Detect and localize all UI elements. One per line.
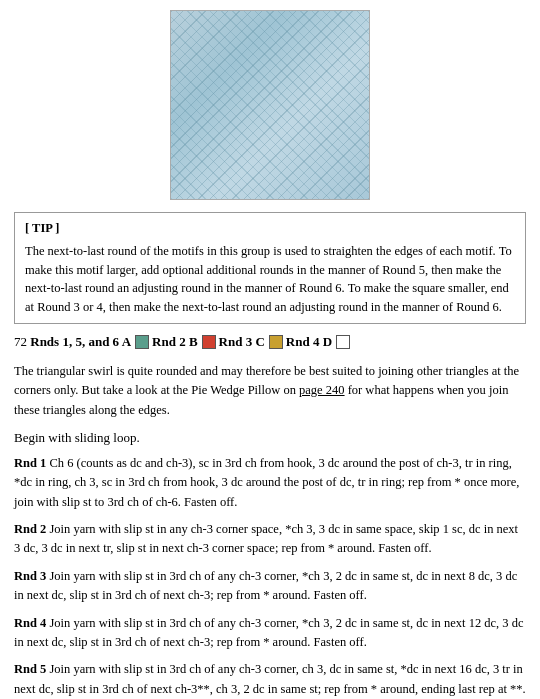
- rnd1-paragraph: Rnd 1 Ch 6 (counts as dc and ch-3), sc i…: [14, 454, 526, 512]
- rnd4-para-label: Rnd 4: [14, 616, 49, 630]
- rnd4d-item: [336, 335, 351, 349]
- page-container: [ TIP ] The next-to-last round of the mo…: [0, 0, 540, 699]
- rnd4-paragraph: Rnd 4 Join yarn with slip st in 3rd ch o…: [14, 614, 526, 653]
- rnd4d-swatch: [336, 335, 350, 349]
- tip-label: [ TIP ]: [25, 219, 515, 238]
- rnd4-text: Join yarn with slip st in 3rd ch of any …: [14, 616, 524, 649]
- crochet-diagram-inner: [171, 11, 369, 199]
- rnd2-item: Rnd 2 B: [135, 334, 198, 350]
- crochet-diagram-image: [170, 10, 370, 200]
- rnd1-text: Ch 6 (counts as dc and ch-3), sc in 3rd …: [14, 456, 519, 509]
- description-paragraph: The triangular swirl is quite rounded an…: [14, 362, 526, 420]
- rounds-header: 72 Rnds 1, 5, and 6 A Rnd 2 B Rnd 3 C Rn…: [14, 334, 526, 350]
- rnd3-swatch: [202, 335, 216, 349]
- tip-box: [ TIP ] The next-to-last round of the mo…: [14, 212, 526, 324]
- rnd2-text: Join yarn with slip st in any ch-3 corne…: [14, 522, 518, 555]
- rnd2-paragraph: Rnd 2 Join yarn with slip st in any ch-3…: [14, 520, 526, 559]
- rnd2-label: Rnd 2 B: [152, 334, 198, 350]
- rnd2-swatch: [135, 335, 149, 349]
- rnd5-paragraph: Rnd 5 Join yarn with slip st in 3rd ch o…: [14, 660, 526, 699]
- rnd3-text: Join yarn with slip st in 3rd ch of any …: [14, 569, 517, 602]
- image-container: [14, 10, 526, 200]
- page-240-link[interactable]: page 240: [299, 383, 344, 397]
- rnd3-paragraph: Rnd 3 Join yarn with slip st in 3rd ch o…: [14, 567, 526, 606]
- rnd4-label: Rnd 4 D: [286, 334, 332, 350]
- rnd1-label: Rnd 1: [14, 456, 49, 470]
- rnd2-para-label: Rnd 2: [14, 522, 49, 536]
- rnd3-para-label: Rnd 3: [14, 569, 49, 583]
- rnd4-item: Rnd 4 D: [269, 334, 332, 350]
- begin-text: Begin with sliding loop.: [14, 430, 526, 446]
- rnd5-text: Join yarn with slip st in 3rd ch of any …: [14, 662, 526, 695]
- rnd5-para-label: Rnd 5: [14, 662, 49, 676]
- rnd3-item: Rnd 3 C: [202, 334, 265, 350]
- rnd3-label: Rnd 3 C: [219, 334, 265, 350]
- rounds-label: Rnds 1, 5, and 6 A: [30, 334, 131, 349]
- tip-text: The next-to-last round of the motifs in …: [25, 242, 515, 317]
- rnd4-swatch: [269, 335, 283, 349]
- rounds-number: 72 Rnds 1, 5, and 6 A: [14, 334, 131, 350]
